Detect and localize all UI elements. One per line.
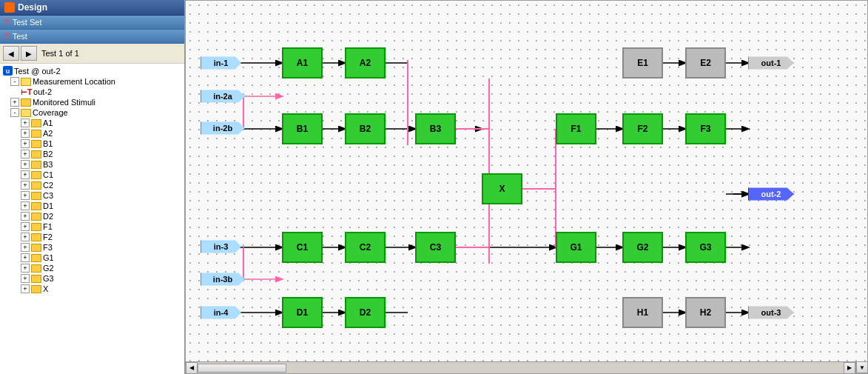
expand-icon[interactable]: + <box>21 233 30 241</box>
tree-item-D2[interactable]: +D2 <box>0 211 184 221</box>
tree-item-C1[interactable]: +C1 <box>0 170 184 180</box>
expand-icon[interactable]: + <box>21 150 30 158</box>
scroll-thumb-h[interactable] <box>198 364 286 373</box>
expand-icon[interactable]: - <box>10 108 19 117</box>
node-G2[interactable]: G2 <box>622 232 663 263</box>
node-C3[interactable]: C3 <box>415 232 456 263</box>
node-in-1[interactable]: in-1 <box>201 53 241 73</box>
expand-icon[interactable]: + <box>21 139 30 148</box>
node-C1[interactable]: C1 <box>282 232 323 263</box>
expand-icon[interactable]: + <box>21 212 30 221</box>
tree-label: A1 <box>43 118 53 127</box>
tree-item-F2[interactable]: +F2 <box>0 232 184 242</box>
expand-icon[interactable]: + <box>21 129 30 138</box>
nav-back-button[interactable]: ◀ <box>3 46 19 61</box>
tree-item-B3[interactable]: +B3 <box>0 159 184 170</box>
folder-icon <box>31 223 41 231</box>
expand-icon[interactable]: - <box>10 77 19 86</box>
expand-icon[interactable]: + <box>21 170 30 179</box>
tree-item-monitored[interactable]: + Monitored Stimuli <box>0 97 184 107</box>
node-out-2[interactable]: out-2 <box>748 184 794 204</box>
tree-item-B1[interactable]: +B1 <box>0 138 184 149</box>
folder-icon <box>31 171 41 179</box>
tree-item-D1[interactable]: +D1 <box>0 201 184 211</box>
expand-icon[interactable]: + <box>21 264 30 273</box>
tree-label: Measurement Location <box>33 77 115 86</box>
scroll-down-button[interactable]: ▼ <box>856 361 868 373</box>
expand-icon[interactable]: + <box>21 201 30 210</box>
tree-item-G3[interactable]: +G3 <box>0 273 184 284</box>
expand-icon[interactable]: + <box>10 98 19 107</box>
sidebar: Design T Test Set T Test ◀ ▶ Test 1 of 1… <box>0 0 185 374</box>
folder-icon <box>31 119 41 127</box>
node-H1[interactable]: H1 <box>622 297 663 328</box>
node-D2[interactable]: D2 <box>345 297 386 328</box>
tree-label: C2 <box>43 181 53 190</box>
tree-item-out2[interactable]: ⊢T out-2 <box>0 87 184 97</box>
tree-item-B2[interactable]: +B2 <box>0 149 184 159</box>
tree-item-A2[interactable]: +A2 <box>0 128 184 138</box>
test-node-icon: ⊢T <box>21 88 32 96</box>
nav-label: Test 1 of 1 <box>38 49 79 58</box>
tree-item-G1[interactable]: +G1 <box>0 253 184 263</box>
tree-item-C2[interactable]: +C2 <box>0 180 184 190</box>
node-B1[interactable]: B1 <box>282 113 323 144</box>
node-A2[interactable]: A2 <box>345 47 386 79</box>
node-G3[interactable]: G3 <box>685 232 726 263</box>
node-in-3b[interactable]: in-3b <box>201 269 245 290</box>
tree-area[interactable]: u Test @ out-2 - Measurement Location ⊢T… <box>0 64 184 374</box>
node-out-3[interactable]: out-3 <box>748 302 794 323</box>
node-in-2b[interactable]: in-2b <box>201 118 245 138</box>
folder-icon <box>31 192 41 200</box>
tree-label: out-2 <box>33 87 52 96</box>
node-C2[interactable]: C2 <box>345 232 386 263</box>
node-in-4[interactable]: in-4 <box>201 302 241 323</box>
folder-icon <box>21 78 31 86</box>
node-out-1[interactable]: out-1 <box>748 53 794 73</box>
expand-icon[interactable]: + <box>21 243 30 252</box>
node-A1[interactable]: A1 <box>282 47 323 79</box>
tree-item-F3[interactable]: +F3 <box>0 242 184 253</box>
tree-label: D2 <box>43 212 53 221</box>
sidebar-title: Design <box>18 2 47 13</box>
node-X[interactable]: X <box>482 173 522 204</box>
node-E1[interactable]: E1 <box>622 47 663 79</box>
node-in-2a[interactable]: in-2a <box>201 86 245 107</box>
node-F2[interactable]: F2 <box>622 113 663 144</box>
expand-icon[interactable]: + <box>21 274 30 283</box>
node-B3[interactable]: B3 <box>415 113 456 144</box>
node-B2[interactable]: B2 <box>345 113 386 144</box>
expand-icon[interactable]: + <box>21 160 30 169</box>
canvas-area[interactable]: ▲ ▼ ◀ ▶ <box>185 0 868 374</box>
tree-item-A1[interactable]: +A1 <box>0 118 184 128</box>
folder-icon <box>31 130 41 138</box>
expand-icon[interactable]: + <box>21 284 30 293</box>
node-H2[interactable]: H2 <box>685 297 726 328</box>
expand-icon[interactable]: + <box>21 222 30 231</box>
tree-item-X[interactable]: +X <box>0 284 184 294</box>
tree-item-coverage[interactable]: - Coverage <box>0 107 184 118</box>
scroll-track-h[interactable] <box>198 363 844 373</box>
node-G1[interactable]: G1 <box>556 232 596 263</box>
horizontal-scrollbar[interactable]: ◀ ▶ <box>186 361 855 373</box>
tree-label: Monitored Stimuli <box>33 98 95 107</box>
scroll-left-button[interactable]: ◀ <box>186 362 198 374</box>
nav-bar: ◀ ▶ Test 1 of 1 <box>0 44 184 64</box>
node-F3[interactable]: F3 <box>685 113 726 144</box>
tree-item-C3[interactable]: +C3 <box>0 190 184 201</box>
scroll-right-button[interactable]: ▶ <box>844 362 855 374</box>
tree-item-G2[interactable]: +G2 <box>0 263 184 273</box>
node-E2[interactable]: E2 <box>685 47 726 79</box>
node-D1[interactable]: D1 <box>282 297 323 328</box>
expand-icon[interactable]: + <box>21 181 30 190</box>
nav-forward-button[interactable]: ▶ <box>21 46 37 61</box>
tree-item-F1[interactable]: +F1 <box>0 221 184 232</box>
tree-item-measurement[interactable]: - Measurement Location <box>0 76 184 87</box>
expand-icon[interactable]: + <box>21 253 30 262</box>
expand-icon[interactable]: + <box>21 118 30 127</box>
node-in-3[interactable]: in-3 <box>201 236 241 257</box>
folder-icon <box>31 264 41 273</box>
tree-item-root[interactable]: u Test @ out-2 <box>0 65 184 76</box>
expand-icon[interactable]: + <box>21 191 30 200</box>
node-F1[interactable]: F1 <box>556 113 596 144</box>
